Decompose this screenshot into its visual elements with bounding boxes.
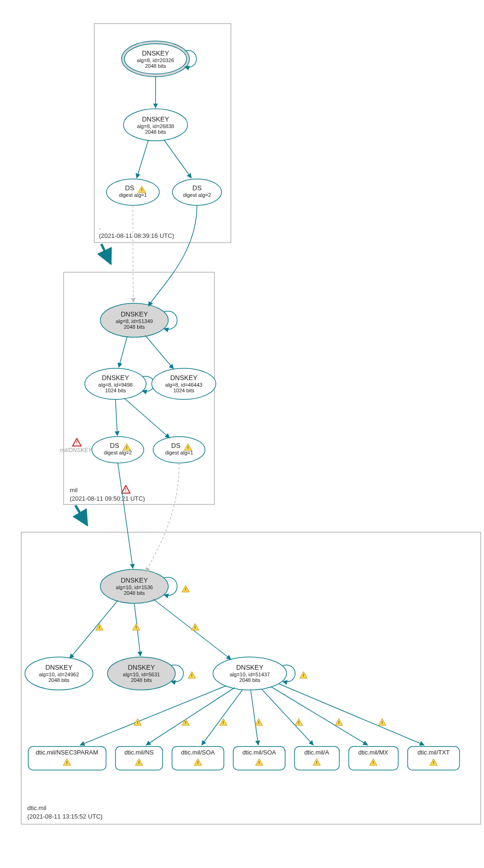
rr-soa2: dtic.mil/SOA (233, 746, 285, 770)
rr-mx: dtic.mil/MX (349, 746, 398, 770)
rr-a: dtic.mil/A (295, 746, 339, 770)
mil-dnskey-label: mil/DNSKEY (60, 447, 92, 454)
svg-text:2048 bits: 2048 bits (131, 677, 152, 683)
svg-text:2048 bits: 2048 bits (239, 677, 261, 683)
mil-zsk2-node: DNSKEY alg=8, id=46443 1024 bits (152, 368, 216, 399)
svg-text:alg=8, id=20326: alg=8, id=20326 (137, 57, 174, 63)
dtic-k3-node: DNSKEY alg=10, id=5631 2048 bits (107, 657, 175, 690)
svg-text:dtic.mil/A: dtic.mil/A (304, 749, 329, 756)
mil-zsk1-node: DNSKEY alg=8, id=9498 1024 bits (85, 368, 146, 399)
rr-txt: dtic.mil/TXT (408, 746, 459, 770)
svg-text:2048 bits: 2048 bits (49, 677, 70, 683)
warning-icon (188, 672, 196, 678)
zone-mil: mil (2021-08-11 09:50:21 UTC) DNSKEY alg… (60, 205, 216, 504)
svg-text:digest alg=2: digest alg=2 (104, 450, 132, 455)
svg-text:DS: DS (110, 442, 119, 449)
warning-icon (335, 719, 343, 725)
root-ds2-node: DS digest alg=2 (172, 179, 221, 205)
svg-text:alg=10, id=5631: alg=10, id=5631 (123, 672, 160, 677)
warning-icon (295, 719, 303, 725)
svg-text:DNSKEY: DNSKEY (121, 310, 148, 318)
svg-text:alg=8, id=9498: alg=8, id=9498 (98, 382, 133, 388)
warning-icon (182, 719, 189, 725)
warning-icon (378, 719, 386, 725)
svg-text:DNSKEY: DNSKEY (142, 115, 169, 123)
zone-mil-label: mil (70, 487, 78, 494)
zone-root-time: (2021-08-11 08:39:16 UTC) (99, 232, 174, 239)
dtic-k4-node: DNSKEY alg=10, id=51437 2048 bits (213, 657, 287, 690)
svg-text:alg=8, id=26838: alg=8, id=26838 (137, 123, 174, 129)
svg-text:DS: DS (125, 184, 134, 192)
warning-icon (255, 719, 263, 725)
svg-text:DNSKEY: DNSKEY (102, 374, 129, 381)
dtic-ksk-node: DNSKEY alg=10, id=1536 2048 bits (100, 569, 168, 603)
svg-text:2048 bits: 2048 bits (145, 63, 166, 69)
svg-text:dtic.mil/SOA: dtic.mil/SOA (181, 749, 215, 756)
zone-root-label: . (99, 224, 101, 231)
root-ds1-node: DS digest alg=1 (107, 179, 159, 205)
error-icon (122, 486, 130, 493)
svg-text:DNSKEY: DNSKEY (142, 49, 169, 57)
warning-icon (191, 624, 199, 630)
svg-text:DNSKEY: DNSKEY (236, 664, 263, 671)
svg-text:DNSKEY: DNSKEY (45, 664, 73, 671)
rr-nsec3param: dtic.mil/NSEC3PARAM (28, 746, 106, 770)
svg-text:digest alg=1: digest alg=1 (119, 192, 147, 198)
zone-dtic-label: dtic.mil (27, 804, 47, 811)
svg-text:dtic.mil/TXT: dtic.mil/TXT (418, 749, 450, 756)
svg-text:DNSKEY: DNSKEY (121, 576, 148, 584)
svg-text:1024 bits: 1024 bits (105, 388, 126, 393)
dnssec-diagram: ! ! . (2021-08-11 08:39:16 UTC) DNSKEY a… (9, 9, 484, 868)
svg-text:alg=8, id=51349: alg=8, id=51349 (116, 318, 153, 324)
svg-text:DNSKEY: DNSKEY (170, 374, 197, 381)
warning-icon (182, 585, 189, 592)
svg-text:digest alg=1: digest alg=1 (165, 450, 193, 455)
svg-text:DNSKEY: DNSKEY (128, 664, 155, 671)
svg-text:alg=10, id=24962: alg=10, id=24962 (39, 672, 79, 677)
dtic-k2-node: DNSKEY alg=10, id=24962 2048 bits (25, 657, 93, 690)
svg-text:DS: DS (171, 442, 180, 449)
rr-soa1: dtic.mil/SOA (172, 746, 224, 770)
mil-ds2-node: DS digest alg=1 (153, 437, 205, 463)
zone-dtic-time: (2021-08-11 13:15:52 UTC) (27, 813, 103, 820)
svg-text:dtic.mil/NS: dtic.mil/NS (124, 749, 154, 756)
warning-icon (96, 624, 103, 630)
warning-icon (132, 624, 140, 630)
svg-text:2048 bits: 2048 bits (124, 590, 145, 596)
svg-text:alg=10, id=1536: alg=10, id=1536 (116, 584, 153, 590)
zone-root: . (2021-08-11 08:39:16 UTC) DNSKEY alg=8… (94, 24, 231, 243)
root-zsk-node: DNSKEY alg=8, id=26838 2048 bits (123, 109, 188, 141)
error-icon (73, 438, 81, 446)
svg-text:dtic.mil/NSEC3PARAM: dtic.mil/NSEC3PARAM (36, 749, 98, 756)
svg-text:2048 bits: 2048 bits (124, 324, 145, 330)
svg-text:alg=8, id=46443: alg=8, id=46443 (165, 382, 203, 388)
svg-text:digest alg=2: digest alg=2 (183, 192, 211, 198)
zone-mil-time: (2021-08-11 09:50:21 UTC) (70, 495, 145, 502)
svg-text:DS: DS (192, 184, 201, 192)
rr-ns: dtic.mil/NS (115, 746, 163, 770)
warning-icon (300, 672, 307, 678)
root-ksk-node: DNSKEY alg=8, id=20326 2048 bits (122, 41, 189, 77)
zone-dtic: dtic.mil (2021-08-11 13:15:52 UTC) DNSKE… (21, 463, 481, 824)
warning-icon (134, 719, 141, 725)
svg-text:dtic.mil/MX: dtic.mil/MX (358, 749, 388, 756)
svg-text:2048 bits: 2048 bits (145, 129, 166, 135)
mil-ksk-node: DNSKEY alg=8, id=51349 2048 bits (100, 303, 168, 337)
svg-text:dtic.mil/SOA: dtic.mil/SOA (242, 749, 276, 756)
svg-text:1024 bits: 1024 bits (173, 388, 195, 393)
mil-ds1-node: DS digest alg=2 (92, 437, 144, 463)
svg-text:alg=10, id=51437: alg=10, id=51437 (230, 672, 270, 677)
